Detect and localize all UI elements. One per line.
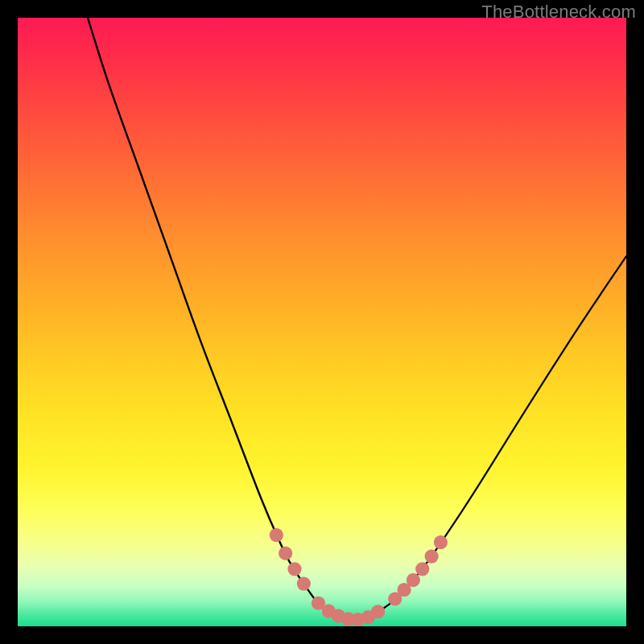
plot-area [18,18,626,626]
curve-marker [434,535,448,549]
curve-right-branch [353,256,626,620]
watermark-text: TheBottleneck.com [481,2,636,23]
marker-group [270,528,448,626]
curve-marker [287,562,301,576]
chart-svg [18,18,626,626]
curve-marker [415,562,429,576]
curve-marker [407,573,420,587]
curve-marker [424,549,438,563]
curve-marker [279,547,292,560]
curve-marker [371,605,385,618]
curve-marker [297,576,311,590]
curve-left-branch [88,18,353,620]
curve-marker [270,528,283,542]
chart-frame: TheBottleneck.com [0,0,644,644]
